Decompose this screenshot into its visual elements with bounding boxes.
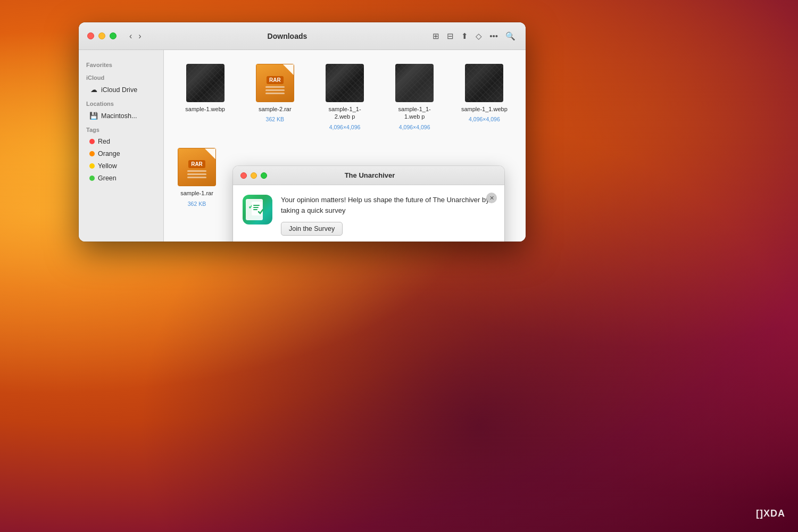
- file-item-sample112-webp[interactable]: sample-1_1-2.web p 4,096×4,096: [314, 61, 375, 134]
- rar-thumbnail: RAR: [178, 148, 216, 186]
- file-meta: 4,096×4,096: [469, 116, 500, 123]
- file-thumbnail: [186, 64, 225, 102]
- file-meta: 4,096×4,096: [399, 124, 430, 131]
- sidebar-item-tag-green[interactable]: Green: [82, 172, 160, 184]
- tag-green-label: Green: [98, 174, 117, 182]
- join-survey-button[interactable]: Join the Survey: [281, 222, 343, 236]
- aerial-thumbnail: [395, 64, 434, 102]
- modal-dismiss-button[interactable]: ✕: [486, 193, 497, 203]
- file-item-sample11-webp[interactable]: sample-1_1.webp 4,096×4,096: [454, 61, 515, 134]
- file-meta: 362 KB: [188, 201, 206, 208]
- tag-yellow-label: Yellow: [98, 162, 117, 170]
- sidebar-item-macintosh[interactable]: 💾 Macintosh...: [82, 110, 160, 122]
- finder-window-title: Downloads: [150, 32, 425, 40]
- app-icon-svg: [250, 201, 265, 218]
- modal-titlebar: The Unarchiver: [233, 166, 504, 185]
- file-name: sample-1.webp: [185, 105, 225, 113]
- orange-dot: [89, 151, 95, 156]
- sidebar-item-icloud-drive[interactable]: ☁ iCloud Drive: [82, 84, 160, 96]
- modal-text-area: Your opinion matters! Help us shape the …: [281, 195, 495, 236]
- finder-main: sample-1.webp RAR s: [164, 50, 526, 242]
- toolbar-right: ⊞ ⊟ ⬆ ◇ ••• 🔍: [431, 30, 517, 43]
- hdd-icon: 💾: [89, 112, 98, 120]
- search-icon[interactable]: 🔍: [504, 30, 517, 43]
- file-name: sample-1_1-1.web p: [391, 105, 438, 121]
- file-thumbnail: [465, 64, 503, 102]
- view-grid-icon[interactable]: ⊞: [431, 30, 441, 43]
- rar-lines: [265, 86, 285, 94]
- share-icon[interactable]: ⬆: [460, 30, 470, 43]
- unarchiver-modal: The Unarchiver: [233, 166, 504, 242]
- file-name: sample-2.rar: [259, 105, 292, 113]
- files-grid: sample-1.webp RAR s: [174, 61, 515, 134]
- file-thumbnail: RAR: [178, 148, 216, 186]
- icloud-label: iCloud: [79, 70, 163, 83]
- app-icon: [243, 195, 272, 225]
- file-item-sample111-webp[interactable]: sample-1_1-1.web p 4,096×4,096: [384, 61, 445, 134]
- tags-label: Tags: [79, 122, 163, 135]
- modal-message: Your opinion matters! Help us shape the …: [281, 195, 495, 215]
- nav-buttons: ‹ ›: [127, 30, 144, 42]
- red-dot: [89, 139, 95, 144]
- finder-window: ‹ › Downloads ⊞ ⊟ ⬆ ◇ ••• 🔍 Favorites iC…: [79, 22, 526, 242]
- rar-lines: [187, 170, 206, 178]
- sidebar-item-tag-orange[interactable]: Orange: [82, 148, 160, 160]
- file-thumbnail: RAR: [256, 64, 294, 102]
- aerial-thumbnail: [465, 64, 503, 102]
- file-meta: 362 KB: [266, 116, 284, 123]
- icloud-drive-label: iCloud Drive: [101, 86, 137, 94]
- locations-label: Locations: [79, 96, 163, 109]
- rar-label: RAR: [188, 160, 205, 168]
- file-item-sample1-webp[interactable]: sample-1.webp: [174, 61, 236, 134]
- modal-title: The Unarchiver: [243, 171, 497, 179]
- finder-body: Favorites iCloud ☁ iCloud Drive Location…: [79, 50, 526, 242]
- aerial-thumbnail: [186, 64, 225, 102]
- file-name: sample-1_1.webp: [461, 105, 508, 113]
- file-thumbnail: [395, 64, 434, 102]
- svg-rect-2: [253, 207, 259, 208]
- sidebar-item-tag-red[interactable]: Red: [82, 136, 160, 147]
- file-meta: 4,096×4,096: [329, 124, 361, 131]
- rar-thumbnail: RAR: [256, 64, 294, 102]
- minimize-button[interactable]: [98, 32, 105, 39]
- finder-toolbar: ‹ › Downloads ⊞ ⊟ ⬆ ◇ ••• 🔍: [79, 22, 526, 50]
- maximize-button[interactable]: [110, 32, 117, 39]
- more-icon[interactable]: •••: [488, 30, 500, 42]
- file-name: sample-1_1-2.web p: [321, 105, 368, 121]
- tag-orange-label: Orange: [98, 150, 120, 157]
- back-button[interactable]: ‹: [127, 30, 134, 42]
- traffic-lights: [87, 32, 117, 39]
- svg-rect-1: [253, 205, 260, 206]
- close-button[interactable]: [87, 32, 94, 39]
- yellow-dot: [89, 163, 95, 169]
- rar-label: RAR: [267, 76, 284, 84]
- icloud-icon: ☁: [89, 86, 98, 94]
- tag-icon[interactable]: ◇: [474, 30, 484, 43]
- macintosh-label: Macintosh...: [101, 112, 137, 120]
- modal-body: Your opinion matters! Help us shape the …: [233, 185, 504, 242]
- aerial-thumbnail: [326, 64, 364, 102]
- svg-rect-3: [253, 209, 257, 210]
- tag-red-label: Red: [98, 138, 110, 145]
- file-item-sample1-rar[interactable]: RAR sample-1.rar 362 KB: [174, 145, 219, 211]
- file-name: sample-1.rar: [180, 189, 213, 197]
- forward-button[interactable]: ›: [136, 30, 143, 42]
- xda-logo: []XDA: [756, 508, 785, 519]
- favorites-label: Favorites: [79, 57, 163, 70]
- file-thumbnail: [326, 64, 364, 102]
- finder-sidebar: Favorites iCloud ☁ iCloud Drive Location…: [79, 50, 164, 242]
- file-item-sample2-rar[interactable]: RAR sample-2.rar 362 KB: [244, 61, 305, 134]
- green-dot: [89, 176, 95, 181]
- view-list-icon[interactable]: ⊟: [445, 30, 455, 43]
- sidebar-item-tag-yellow[interactable]: Yellow: [82, 160, 160, 172]
